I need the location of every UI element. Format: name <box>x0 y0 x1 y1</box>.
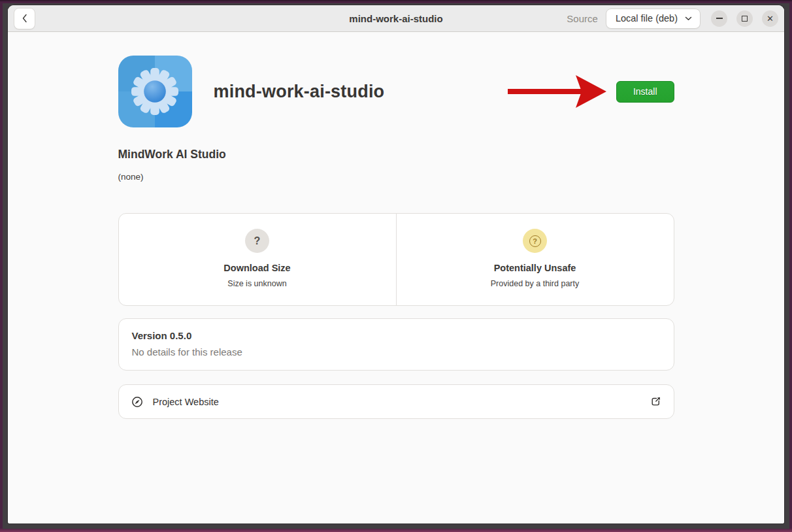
version-title: Version 0.5.0 <box>132 330 661 341</box>
tile-subtitle: Provided by a third party <box>491 279 580 288</box>
project-website-row[interactable]: Project Website <box>118 384 674 419</box>
circled-question-warning-icon: ? <box>523 229 547 253</box>
software-window: mind-work-ai-studio Source Local file (d… <box>8 5 784 524</box>
headerbar-right: Source Local file (deb) ✕ <box>567 8 778 29</box>
version-card: Version 0.5.0 No details for this releas… <box>118 318 674 371</box>
app-details-page: mind-work-ai-studio Install MindWork AI … <box>8 32 784 524</box>
circled-question-glyph: ? <box>529 235 541 247</box>
version-subtitle: No details for this release <box>132 346 661 357</box>
context-tiles-card: ? Download Size Size is unknown ? Potent… <box>118 213 674 306</box>
header-actions: Install <box>506 73 674 110</box>
external-link-icon <box>650 396 661 407</box>
back-button[interactable] <box>14 8 35 29</box>
app-license: (none) <box>118 172 674 182</box>
red-arrow-annotation <box>506 73 610 110</box>
app-gear-icon <box>118 56 192 127</box>
minimize-button[interactable] <box>711 10 727 27</box>
install-button[interactable]: Install <box>616 81 674 103</box>
project-website-label: Project Website <box>153 397 219 407</box>
maximize-button[interactable] <box>736 10 753 27</box>
source-dropdown[interactable]: Local file (deb) <box>606 8 701 29</box>
maximize-icon <box>742 16 748 22</box>
question-glyph: ? <box>533 237 537 245</box>
minimize-icon <box>716 18 723 19</box>
safety-tile: ? Potentially Unsafe Provided by a third… <box>396 214 674 305</box>
app-header: mind-work-ai-studio Install <box>118 56 674 127</box>
question-glyph: ? <box>254 235 261 247</box>
tile-title: Download Size <box>223 263 290 273</box>
tile-subtitle: Size is unknown <box>227 279 286 288</box>
chevron-down-icon <box>685 16 692 21</box>
close-button[interactable]: ✕ <box>762 10 778 27</box>
source-dropdown-value: Local file (deb) <box>616 13 678 24</box>
source-label: Source <box>567 13 598 24</box>
download-size-tile: ? Download Size Size is unknown <box>119 214 396 305</box>
question-mark-icon: ? <box>245 229 269 253</box>
app-package-name: mind-work-ai-studio <box>214 82 385 102</box>
tile-title: Potentially Unsafe <box>494 263 576 273</box>
gear-glyph <box>129 65 181 118</box>
close-icon: ✕ <box>767 14 774 23</box>
chevron-left-icon <box>20 13 29 24</box>
compass-icon <box>131 396 143 408</box>
app-display-name: MindWork AI Studio <box>118 148 674 161</box>
headerbar: mind-work-ai-studio Source Local file (d… <box>8 5 784 32</box>
window-controls: ✕ <box>711 10 778 27</box>
